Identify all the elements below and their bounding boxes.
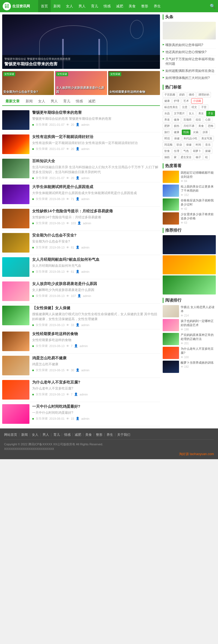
tag[interactable]: 痘痘 bbox=[194, 117, 203, 122]
tag[interactable]: 火锅 bbox=[191, 130, 200, 135]
recommended-img-3[interactable] bbox=[163, 275, 216, 295]
sub-banner-1[interactable]: 女性保健 安全期为什么也会不安全? bbox=[2, 71, 54, 95]
nav-item-health[interactable]: 养生 bbox=[151, 0, 164, 12]
footer-link-home[interactable]: 网站首页 bbox=[4, 433, 17, 437]
article-title[interactable]: 安全期为什么也会不安全? bbox=[32, 233, 160, 238]
side-article[interactable]: 少女需求多少孩子将求前追多少价格 👁 63 bbox=[163, 212, 216, 225]
article-thumbnail[interactable] bbox=[2, 185, 29, 204]
article-thumbnail[interactable] bbox=[2, 380, 29, 400]
footer-link-surgery[interactable]: 整形 bbox=[96, 433, 102, 437]
article-thumbnail[interactable] bbox=[2, 281, 29, 301]
article-title[interactable]: 女人月经期间献血吗?献血后如何补气血 bbox=[32, 257, 160, 262]
article-title[interactable]: 【女性保健】女人保健 bbox=[32, 306, 160, 311]
article-title[interactable]: 大学生体能测试猝死是什么原因造成 bbox=[32, 185, 160, 189]
tag[interactable]: 注意 bbox=[180, 105, 189, 110]
tag[interactable]: 护理 bbox=[172, 98, 181, 104]
article-title[interactable]: 女性经期要多吃这样的食物 bbox=[32, 332, 160, 336]
hero-banner[interactable]: 警惕更年期综合征 警惕更年期综合症带来的危害的危害 警惕更年期综合症带来的危害 bbox=[2, 14, 160, 69]
tag[interactable]: 子宫 bbox=[199, 105, 208, 110]
tag[interactable]: 美女写真 bbox=[200, 136, 214, 141]
nav-item-diet[interactable]: 减肥 bbox=[113, 0, 126, 12]
nav-item-men[interactable]: 男人 bbox=[76, 0, 88, 12]
logo[interactable]: 生活资讯 生活资讯网 bbox=[3, 2, 34, 10]
article-thumbnail[interactable] bbox=[2, 356, 29, 375]
tag[interactable]: 损伤 bbox=[172, 123, 181, 129]
tag[interactable]: 恐怖 bbox=[206, 123, 215, 129]
article-title[interactable]: 百科知识大全 bbox=[32, 159, 160, 164]
tab-diet[interactable]: 减肥 bbox=[86, 97, 98, 105]
tag[interactable]: 文字图片 bbox=[172, 111, 186, 116]
article-title[interactable]: 鸡蛋怎么吃易不健康 bbox=[32, 356, 160, 361]
tag-green2[interactable]: 性病 bbox=[182, 130, 190, 135]
article-thumbnail[interactable] bbox=[2, 306, 29, 325]
tag[interactable]: 美女 bbox=[197, 111, 205, 116]
sub-banner-2[interactable]: 女性保健 女人放弃吃少皮肤容易衰老是什么原因 bbox=[55, 71, 107, 95]
tab-women[interactable]: 女人 bbox=[35, 97, 48, 105]
tag[interactable]: 柚子 bbox=[194, 155, 203, 160]
tab-latest[interactable]: 最新文章 bbox=[2, 97, 23, 106]
article-title[interactable]: 女人放弃吃少皮肤容易衰老是什么原因 bbox=[32, 281, 160, 286]
tag[interactable]: 宫颈癌 bbox=[182, 117, 193, 122]
tag[interactable]: 养老 bbox=[163, 117, 171, 122]
tag[interactable]: 音乐 bbox=[204, 142, 212, 148]
tag[interactable]: 保健 bbox=[172, 136, 181, 141]
nav-item-surgery[interactable]: 整形 bbox=[138, 0, 151, 12]
list-item[interactable]: ▶ 天气好于万里如何让您幸福环境如何问题 bbox=[163, 56, 216, 68]
article-thumbnail[interactable] bbox=[2, 404, 29, 424]
article-thumbnail[interactable] bbox=[2, 332, 29, 351]
article-title[interactable]: 女性缺铁14个危险信号提示：月经过多容易疲倦 bbox=[32, 209, 160, 214]
tab-news[interactable]: 新闻 bbox=[23, 97, 35, 105]
search-icon[interactable]: 🔍 bbox=[210, 4, 215, 9]
tag[interactable]: 子宫肌瘤 bbox=[163, 92, 177, 97]
tag-green[interactable]: 子女 bbox=[206, 111, 215, 116]
tag[interactable]: 家 bbox=[172, 155, 178, 160]
article-thumbnail[interactable] bbox=[2, 110, 29, 130]
tag[interactable]: 保健 bbox=[184, 142, 193, 148]
side-article[interactable]: 产后妈妈原来某种正常的处理的正确方法 👁 201 bbox=[163, 333, 216, 345]
tag[interactable]: 心脏 bbox=[204, 117, 212, 122]
tag[interactable]: 水晶 bbox=[163, 111, 171, 116]
side-article[interactable]: 酸萝卜当营养成效的训练 👁 192 bbox=[163, 361, 216, 373]
tag[interactable]: 标志性美生 bbox=[163, 105, 180, 110]
tag[interactable]: 凉茶 bbox=[201, 130, 210, 135]
tag[interactable]: 女人 bbox=[187, 111, 196, 116]
nav-item-news[interactable]: 新闻 bbox=[51, 0, 63, 12]
side-article[interactable]: 桂上面的美女亿让更多来了千米雨的前 👁 152 bbox=[163, 185, 216, 197]
tag-hot[interactable]: 小说碗 bbox=[191, 98, 203, 104]
tag[interactable]: 80后 bbox=[163, 136, 172, 141]
tab-men[interactable]: 男人 bbox=[48, 97, 60, 105]
tag[interactable]: 健康 bbox=[172, 130, 181, 135]
tag[interactable]: 健身 bbox=[172, 117, 181, 122]
recommended-img-1[interactable] bbox=[163, 235, 216, 254]
footer-link-child[interactable]: 育儿 bbox=[53, 433, 60, 437]
footer-link-men[interactable]: 男人 bbox=[43, 433, 49, 437]
list-item[interactable]: ▶ 如何超配偶联系的环境如何在身边 bbox=[163, 68, 216, 75]
side-article[interactable]: 为什么老年人不宜多吃豆腐? 👁 100 bbox=[163, 347, 216, 359]
nav-item-child[interactable]: 育儿 bbox=[88, 0, 101, 12]
article-title[interactable]: 警惕更年期综合症带来的危害 bbox=[32, 110, 160, 115]
nav-item-food[interactable]: 美食 bbox=[126, 0, 138, 12]
tag[interactable]: 抽筋 bbox=[163, 155, 171, 160]
sub-banner-3[interactable]: 女性保健 女性经期要多吃这样的食物 bbox=[108, 71, 160, 95]
tag[interactable]: 胡萝卜 bbox=[191, 148, 203, 154]
tag[interactable]: 旅行 bbox=[163, 130, 171, 135]
tag[interactable]: 肥胖 bbox=[163, 123, 171, 129]
recommended-img-2[interactable] bbox=[163, 255, 216, 274]
footer-link-emotion[interactable]: 情感 bbox=[64, 433, 71, 437]
tag[interactable]: 同花顺 bbox=[163, 142, 174, 148]
nav-item-emotion[interactable]: 情感 bbox=[101, 0, 113, 12]
side-article[interactable]: 孩子也妈妈到一定哪种正好的感染艺术 👁 198 bbox=[163, 319, 216, 331]
tag[interactable]: 气色 bbox=[182, 148, 190, 154]
tag[interactable]: 健康 bbox=[163, 98, 171, 104]
tag[interactable]: 职业 bbox=[175, 142, 184, 148]
side-article[interactable]: 学膳点 女人暗恋男人必读本 👁 214 bbox=[163, 305, 216, 317]
tag[interactable]: 痛经 bbox=[187, 92, 196, 97]
footer-link-news[interactable]: 新闻 bbox=[21, 433, 28, 437]
tag[interactable]: 时间 bbox=[194, 142, 203, 148]
footer-link-women[interactable]: 女人 bbox=[32, 433, 38, 437]
tag[interactable]: 利代品小吃 bbox=[182, 136, 199, 141]
article-thumbnail[interactable] bbox=[2, 209, 29, 228]
side-article[interactable]: 你爸爸应该为孩子就称我多少过时 👁 42 bbox=[163, 198, 216, 211]
tag[interactable]: 艺术 bbox=[182, 98, 190, 104]
footer-link-food[interactable]: 美食 bbox=[85, 433, 92, 437]
